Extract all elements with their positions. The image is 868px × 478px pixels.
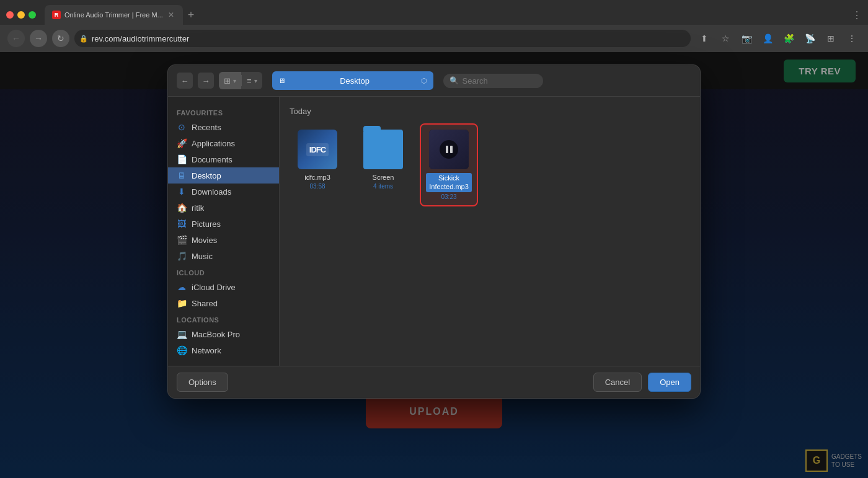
close-button[interactable] xyxy=(6,11,14,19)
shared-icon: 📁 xyxy=(177,298,187,308)
url-bar-wrapper: 🔒 xyxy=(74,30,691,47)
search-bar: 🔍 xyxy=(443,74,543,88)
sidebar-network-label: Network xyxy=(192,346,221,355)
reload-button[interactable]: ↻ xyxy=(52,30,69,47)
sidebar-documents-label: Documents xyxy=(192,155,232,164)
downloads-icon: ⬇ xyxy=(177,187,187,197)
idfc-filename: idfc.mp3 xyxy=(304,173,330,182)
home-icon: 🏠 xyxy=(177,203,187,213)
bookmark-icon[interactable]: ☆ xyxy=(717,30,734,47)
sidebar-item-macbook-pro[interactable]: 💻 MacBook Pro xyxy=(168,326,279,342)
tab-favicon: R xyxy=(52,11,61,19)
minimize-button[interactable] xyxy=(17,11,25,19)
sidebar-item-movies[interactable]: 🎬 Movies xyxy=(168,232,279,248)
cancel-button[interactable]: Cancel xyxy=(593,373,642,392)
file-grid: IDFC idfc.mp3 03:58 Screen 4 items xyxy=(290,125,690,205)
screen-filename: Screen xyxy=(373,173,394,182)
sickick-filename: Sickick Infected.mp3 xyxy=(426,173,472,192)
list-chevron-icon: ▾ xyxy=(254,77,257,84)
sidebar-item-ritik[interactable]: 🏠 ritik xyxy=(168,200,279,216)
dialog-footer: Options Cancel Open xyxy=(168,366,700,398)
cast-icon[interactable]: 📡 xyxy=(801,30,818,47)
sidebar-item-desktop[interactable]: 🖥 Desktop xyxy=(168,167,279,184)
sidebar-item-documents[interactable]: 📄 Documents xyxy=(168,151,279,167)
dialog-forward-button[interactable]: → xyxy=(198,73,214,89)
settings-icon[interactable]: ⋮ xyxy=(843,30,861,47)
forward-button[interactable]: → xyxy=(30,30,47,47)
favourites-label: Favourites xyxy=(168,104,279,119)
documents-icon: 📄 xyxy=(177,154,187,164)
applications-icon: 🚀 xyxy=(177,138,187,148)
view-list-button[interactable]: ≡ ▾ xyxy=(242,72,262,89)
dialog-sidebar: Favourites ⊙ Recents 🚀 Applications 📄 Do… xyxy=(168,97,280,366)
options-button[interactable]: Options xyxy=(177,373,228,392)
file-item-sickick[interactable]: Sickick Infected.mp3 03:23 xyxy=(421,125,477,205)
recents-icon: ⊙ xyxy=(177,122,187,132)
desktop-icon: 🖥 xyxy=(177,170,187,180)
dialog-overlay: ← → ⊞ ▾ ≡ ▾ 🖥 Desktop ⬡ 🔍 xyxy=(0,52,868,478)
sidebar-recents-label: Recents xyxy=(192,123,221,132)
search-icon: 🔍 xyxy=(450,76,459,85)
sidebar-downloads-label: Downloads xyxy=(192,187,231,197)
share-icon[interactable]: ⬆ xyxy=(696,30,713,47)
pictures-icon: 🖼 xyxy=(177,219,187,229)
search-input[interactable] xyxy=(463,76,537,86)
sidebar-item-music[interactable]: 🎵 Music xyxy=(168,248,279,264)
sidebar-macbook-pro-label: MacBook Pro xyxy=(192,330,240,339)
open-button[interactable]: Open xyxy=(648,373,691,392)
address-bar: ← → ↻ 🔒 ⬆ ☆ 📷 👤 🧩 📡 ⊞ ⋮ xyxy=(0,25,868,52)
dropdown-chevron-icon: ⬡ xyxy=(421,77,427,85)
sidebar-item-downloads[interactable]: ⬇ Downloads xyxy=(168,184,279,200)
today-label: Today xyxy=(290,107,690,116)
sickick-meta: 03:23 xyxy=(441,193,456,200)
sidebar-item-network[interactable]: 🌐 Network xyxy=(168,342,279,358)
sidebar-movies-label: Movies xyxy=(192,236,217,245)
icloud-drive-icon: ☁ xyxy=(177,282,187,292)
location-label: Desktop xyxy=(340,76,370,86)
sidebar-item-shared[interactable]: 📁 Shared xyxy=(168,295,279,311)
sickick-overlay xyxy=(440,140,458,159)
tab-close-button[interactable]: ✕ xyxy=(167,11,175,19)
tab-title: Online Audio Trimmer | Free M... xyxy=(64,11,163,19)
sidebar-shared-label: Shared xyxy=(192,299,218,308)
idfc-meta: 03:58 xyxy=(309,183,325,190)
sidebar-item-recents[interactable]: ⊙ Recents xyxy=(168,119,279,135)
browser-actions: ⬆ ☆ 📷 👤 🧩 📡 ⊞ ⋮ xyxy=(696,30,861,47)
sickick-thumbnail xyxy=(429,130,469,169)
file-dialog: ← → ⊞ ▾ ≡ ▾ 🖥 Desktop ⬡ 🔍 xyxy=(167,64,701,399)
icloud-label: iCloud xyxy=(168,264,279,279)
url-input[interactable] xyxy=(74,30,691,47)
file-item-idfc[interactable]: IDFC idfc.mp3 03:58 xyxy=(290,125,345,205)
active-tab[interactable]: R Online Audio Trimmer | Free M... ✕ xyxy=(45,5,183,25)
screen-meta: 4 items xyxy=(373,183,393,190)
account-icon[interactable]: 👤 xyxy=(759,30,776,47)
extension-icon[interactable]: 🧩 xyxy=(780,30,797,47)
back-button[interactable]: ← xyxy=(7,30,25,47)
camera-icon[interactable]: 📷 xyxy=(738,30,755,47)
new-tab-button[interactable]: + xyxy=(185,9,197,22)
view-toggle-group: ⊞ ▾ ≡ ▾ xyxy=(219,72,262,89)
location-dropdown[interactable]: 🖥 Desktop ⬡ xyxy=(272,71,433,90)
footer-right-buttons: Cancel Open xyxy=(593,373,691,392)
pause-icon xyxy=(446,146,453,153)
sidebar-music-label: Music xyxy=(192,252,213,261)
sidebar-item-pictures[interactable]: 🖼 Pictures xyxy=(168,216,279,232)
view-grid-button[interactable]: ⊞ ▾ xyxy=(219,72,241,89)
pause-bar-right xyxy=(450,146,453,153)
tab-bar: R Online Audio Trimmer | Free M... ✕ + ⋮ xyxy=(0,0,868,25)
file-item-screen[interactable]: Screen 4 items xyxy=(355,125,411,205)
location-icon: 🖥 xyxy=(278,77,285,84)
dialog-back-button[interactable]: ← xyxy=(177,73,193,89)
laptop-icon: 💻 xyxy=(177,329,187,339)
music-icon: 🎵 xyxy=(177,251,187,261)
maximize-button[interactable] xyxy=(29,11,36,19)
sidebar-ritik-label: ritik xyxy=(192,203,204,213)
dialog-toolbar: ← → ⊞ ▾ ≡ ▾ 🖥 Desktop ⬡ 🔍 xyxy=(168,65,700,97)
sidebar-desktop-label: Desktop xyxy=(192,171,221,180)
sidebar-icloud-drive-label: iCloud Drive xyxy=(192,283,236,292)
tab-menu-button[interactable]: ⋮ xyxy=(852,9,862,21)
sidebar-item-icloud-drive[interactable]: ☁ iCloud Drive xyxy=(168,279,279,295)
sidebar-item-applications[interactable]: 🚀 Applications xyxy=(168,135,279,151)
pause-bar-left xyxy=(446,146,448,153)
apps-icon[interactable]: ⊞ xyxy=(822,30,839,47)
